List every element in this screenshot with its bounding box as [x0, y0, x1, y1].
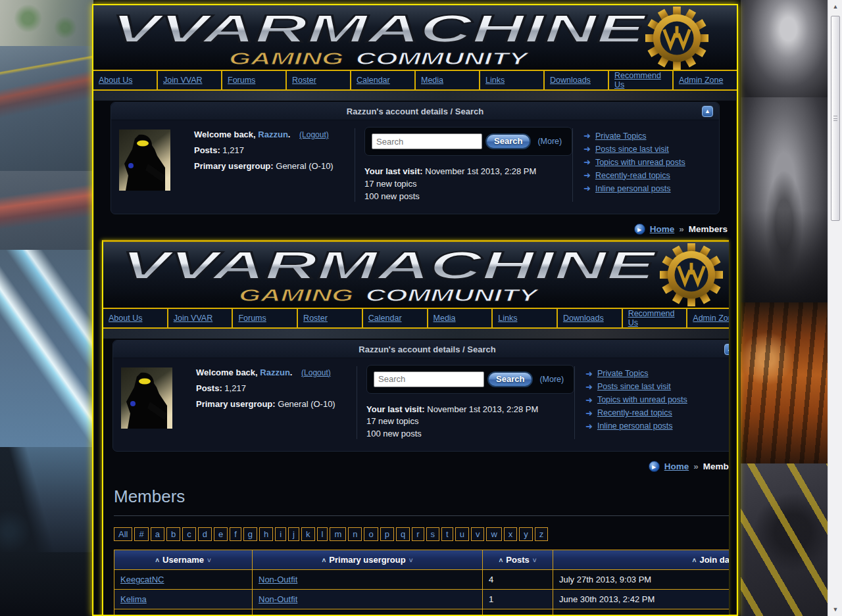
- quick-link[interactable]: Recently-read topics: [595, 171, 670, 180]
- alphabet-filter-item[interactable]: p: [380, 527, 394, 541]
- nav-link[interactable]: Media: [433, 314, 456, 323]
- scrollbar[interactable]: ▲ ▼: [828, 0, 842, 616]
- nav-link[interactable]: Downloads: [563, 314, 604, 323]
- quick-link[interactable]: Posts since last visit: [597, 382, 671, 391]
- alphabet-filter-item[interactable]: b: [166, 527, 180, 541]
- nav-link[interactable]: Roster: [303, 314, 328, 323]
- alphabet-filter-item[interactable]: c: [182, 527, 196, 541]
- scrollbar-thumb[interactable]: [831, 16, 840, 221]
- scrollbar-down-icon[interactable]: ▼: [830, 604, 841, 615]
- nav-item[interactable]: Roster: [298, 309, 363, 327]
- logout-link[interactable]: (Logout): [299, 130, 329, 139]
- sort-asc-icon[interactable]: ˄: [693, 557, 697, 564]
- nav-item[interactable]: Downloads: [545, 71, 609, 89]
- quick-link[interactable]: Recently-read topics: [597, 408, 672, 417]
- column-header-username[interactable]: ˄Username˅: [114, 550, 253, 570]
- nav-item[interactable]: About Us: [103, 309, 168, 327]
- alphabet-filter-item[interactable]: All: [114, 527, 132, 541]
- nav-item[interactable]: About Us: [93, 71, 158, 89]
- sort-asc-icon[interactable]: ˄: [155, 557, 159, 564]
- nav-link[interactable]: Recommend Us: [628, 309, 687, 327]
- nav-item[interactable]: Media: [428, 309, 493, 327]
- nav-link[interactable]: Join VVAR: [163, 76, 203, 85]
- alphabet-filter-item[interactable]: m: [330, 527, 346, 541]
- alphabet-filter-item[interactable]: g: [243, 527, 257, 541]
- alphabet-filter-item[interactable]: u: [455, 527, 469, 541]
- nav-item[interactable]: Roster: [287, 71, 351, 89]
- alphabet-filter-item[interactable]: z: [535, 527, 549, 541]
- alphabet-filter-item[interactable]: t: [441, 527, 453, 541]
- nav-link[interactable]: Recommend Us: [614, 71, 672, 89]
- nav-link[interactable]: About Us: [99, 76, 132, 85]
- alphabet-filter-item[interactable]: #: [134, 527, 148, 541]
- nav-item[interactable]: Calendar: [351, 71, 416, 89]
- nav-link[interactable]: Calendar: [368, 314, 402, 323]
- nav-item[interactable]: Admin Zone: [674, 71, 737, 89]
- nav-link[interactable]: Join VVAR: [174, 314, 213, 323]
- nav-link[interactable]: Links: [485, 76, 505, 85]
- nav-item[interactable]: Forums: [222, 71, 287, 89]
- username-link[interactable]: Kelima: [120, 594, 147, 604]
- alphabet-filter-item[interactable]: d: [198, 527, 212, 541]
- breadcrumb-home-link[interactable]: Home: [650, 224, 675, 234]
- collapse-panel-button[interactable]: ▲: [724, 344, 729, 355]
- nav-item[interactable]: Links: [493, 309, 558, 327]
- search-button[interactable]: Search: [485, 133, 531, 149]
- alphabet-filter-item[interactable]: n: [348, 527, 362, 541]
- nav-item[interactable]: Calendar: [363, 309, 428, 327]
- sort-desc-icon[interactable]: ˅: [533, 557, 537, 564]
- alphabet-filter-item[interactable]: l: [317, 527, 328, 541]
- alphabet-filter-item[interactable]: e: [214, 527, 228, 541]
- alphabet-filter-item[interactable]: j: [288, 527, 299, 541]
- search-input[interactable]: [374, 371, 484, 387]
- scrollbar-up-icon[interactable]: ▲: [830, 1, 841, 12]
- collapse-panel-button[interactable]: ▲: [702, 106, 713, 117]
- alphabet-filter-item[interactable]: k: [301, 527, 315, 541]
- column-header-posts[interactable]: ˄Posts˅: [483, 550, 553, 570]
- nav-link[interactable]: Calendar: [357, 76, 390, 85]
- quick-link[interactable]: Inline personal posts: [597, 421, 673, 431]
- alphabet-filter-item[interactable]: q: [396, 527, 410, 541]
- nav-item[interactable]: Forums: [233, 309, 298, 327]
- sort-desc-icon[interactable]: ˅: [207, 557, 211, 564]
- nav-item[interactable]: Downloads: [558, 309, 623, 327]
- username-link[interactable]: KeegcatNC: [120, 575, 164, 584]
- nav-item[interactable]: Recommend Us: [623, 309, 688, 327]
- nav-link[interactable]: About Us: [109, 314, 142, 323]
- alphabet-filter-item[interactable]: r: [412, 527, 424, 541]
- quick-link[interactable]: Posts since last visit: [595, 145, 669, 154]
- nav-link[interactable]: Media: [421, 76, 443, 85]
- logout-link[interactable]: (Logout): [301, 368, 331, 377]
- alphabet-filter-item[interactable]: w: [486, 527, 501, 541]
- alphabet-filter-item[interactable]: o: [364, 527, 378, 541]
- search-button[interactable]: Search: [487, 371, 533, 387]
- alphabet-filter-item[interactable]: h: [259, 527, 273, 541]
- quick-link[interactable]: Inline personal posts: [595, 184, 671, 193]
- alphabet-filter-item[interactable]: f: [230, 527, 241, 541]
- nav-link[interactable]: Admin Zone: [679, 76, 723, 85]
- nav-link[interactable]: Links: [498, 314, 517, 323]
- column-header-usergroup[interactable]: ˄Primary usergroup˅: [253, 550, 483, 570]
- nav-link[interactable]: Roster: [292, 76, 316, 85]
- usergroup-link[interactable]: Non-Outfit: [259, 594, 297, 604]
- quick-link[interactable]: Private Topics: [597, 369, 649, 378]
- breadcrumb-home-link[interactable]: Home: [664, 462, 689, 471]
- alphabet-filter-item[interactable]: i: [275, 527, 286, 541]
- nav-link[interactable]: Forums: [228, 76, 255, 85]
- nav-item[interactable]: Join VVAR: [168, 309, 234, 327]
- sort-asc-icon[interactable]: ˄: [322, 557, 326, 564]
- quick-link[interactable]: Topics with unread posts: [595, 158, 685, 167]
- username-link[interactable]: Razzun: [258, 130, 288, 139]
- sort-asc-icon[interactable]: ˄: [499, 557, 503, 564]
- more-link[interactable]: (More): [537, 137, 562, 146]
- alphabet-filter-item[interactable]: v: [471, 527, 485, 541]
- username-link[interactable]: Razzun: [260, 367, 290, 377]
- sort-desc-icon[interactable]: ˅: [409, 557, 413, 564]
- nav-item[interactable]: Media: [416, 71, 480, 89]
- more-link[interactable]: (More): [539, 375, 564, 384]
- nav-link[interactable]: Downloads: [550, 76, 591, 85]
- nav-link[interactable]: Forums: [238, 314, 266, 323]
- nav-item[interactable]: Links: [480, 71, 545, 89]
- quick-link[interactable]: Topics with unread posts: [597, 395, 687, 404]
- nav-link[interactable]: Admin Zone: [693, 314, 729, 323]
